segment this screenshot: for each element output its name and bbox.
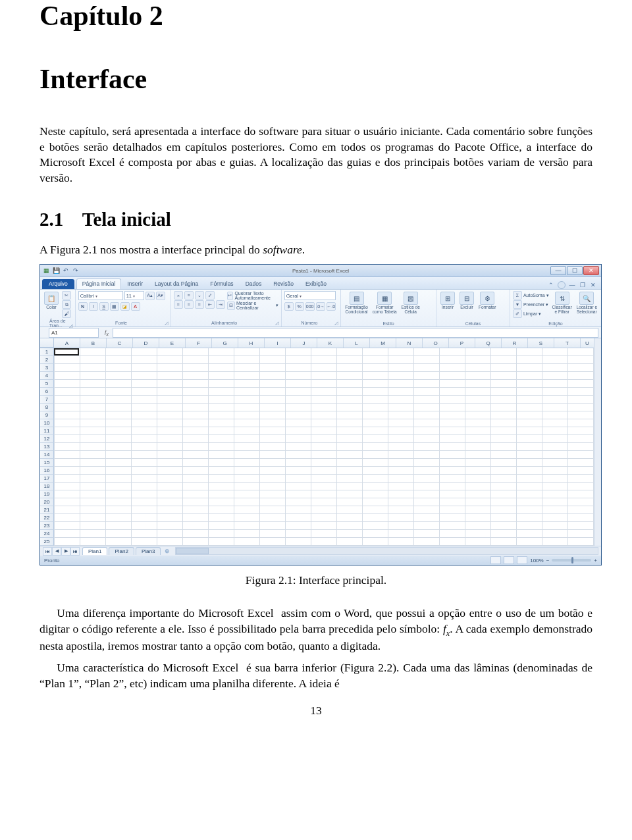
column-header[interactable]: U: [581, 338, 594, 348]
bold-icon[interactable]: N: [78, 302, 88, 311]
zoom-slider[interactable]: [552, 559, 591, 562]
workbook-close-icon[interactable]: ✕: [589, 281, 597, 289]
tab-dados[interactable]: Dados: [240, 278, 268, 289]
fx-icon[interactable]: fx: [101, 328, 113, 337]
help-icon[interactable]: [558, 281, 566, 289]
row-cells[interactable]: [54, 364, 594, 372]
view-page-layout-icon[interactable]: [504, 556, 514, 564]
row-header[interactable]: 3: [40, 364, 54, 372]
row-header[interactable]: 14: [40, 451, 54, 459]
row-header[interactable]: 22: [40, 514, 54, 522]
row-cells[interactable]: [54, 388, 594, 396]
row-cells[interactable]: [54, 356, 594, 364]
row-header[interactable]: 4: [40, 372, 54, 380]
alignment-launcher-icon[interactable]: ◿: [275, 321, 278, 326]
align-bottom-icon[interactable]: ⌄: [195, 291, 204, 300]
row-cells[interactable]: [54, 522, 594, 530]
cut-icon[interactable]: ✂: [62, 291, 71, 300]
align-middle-icon[interactable]: ≡: [184, 291, 194, 300]
formula-input[interactable]: [113, 328, 598, 338]
fill-color-icon[interactable]: ◪: [120, 302, 130, 311]
row-cells[interactable]: [54, 490, 594, 498]
zoom-slider-handle[interactable]: [571, 557, 573, 564]
clear-button[interactable]: ✐Limpar▾: [513, 309, 549, 318]
align-center-icon[interactable]: ≡: [184, 300, 194, 309]
row-cells[interactable]: [54, 396, 594, 404]
tab-revisao[interactable]: Revisão: [267, 278, 300, 289]
column-header[interactable]: G: [212, 338, 238, 348]
grid-rows[interactable]: 1234567891011121314151617181920212223242…: [40, 348, 594, 546]
decrease-font-icon[interactable]: A▾: [156, 292, 165, 300]
decrease-decimal-icon[interactable]: ←.0: [327, 302, 336, 311]
name-box[interactable]: A1: [49, 328, 99, 338]
close-button[interactable]: ✕: [583, 266, 599, 275]
column-header[interactable]: N: [396, 338, 423, 348]
sheet-tab-plan1[interactable]: Plan1: [82, 547, 107, 555]
row-cells[interactable]: [54, 459, 594, 467]
minimize-ribbon-icon[interactable]: ⌃: [547, 281, 555, 289]
fill-button[interactable]: ▼Preencher▾: [513, 300, 549, 309]
currency-icon[interactable]: $: [284, 302, 294, 311]
row-header[interactable]: 20: [40, 498, 54, 506]
column-header[interactable]: E: [159, 338, 186, 348]
column-header[interactable]: B: [80, 338, 107, 348]
row-header[interactable]: 19: [40, 490, 54, 498]
font-launcher-icon[interactable]: ◿: [165, 321, 168, 326]
column-header[interactable]: Q: [475, 338, 502, 348]
row-header[interactable]: 9: [40, 411, 54, 419]
hscroll-thumb[interactable]: [176, 548, 209, 554]
row-cells[interactable]: [54, 467, 594, 475]
row-header[interactable]: 23: [40, 522, 54, 530]
column-header[interactable]: D: [133, 338, 159, 348]
view-page-break-icon[interactable]: [517, 556, 527, 564]
font-family-combo[interactable]: Calibri▾: [78, 291, 123, 300]
row-header[interactable]: 18: [40, 483, 54, 490]
column-header[interactable]: I: [265, 338, 291, 348]
tab-pagina-inicial[interactable]: Página Inicial: [76, 278, 122, 289]
tab-layout-da-pagina[interactable]: Layout da Página: [149, 278, 204, 289]
decrease-indent-icon[interactable]: ⇤: [205, 300, 215, 309]
row-cells[interactable]: [54, 427, 594, 435]
border-icon[interactable]: ▦: [110, 302, 119, 311]
workbook-restore-icon[interactable]: ❐: [579, 281, 587, 289]
row-header[interactable]: 21: [40, 506, 54, 514]
maximize-button[interactable]: ☐: [567, 266, 583, 275]
tab-inserir[interactable]: Inserir: [121, 278, 149, 289]
row-header[interactable]: 24: [40, 530, 54, 538]
active-cell[interactable]: [54, 348, 79, 355]
tab-exibicao[interactable]: Exibição: [300, 278, 332, 289]
sheet-nav-first-icon[interactable]: ⏮: [43, 547, 52, 556]
align-right-icon[interactable]: ≡: [195, 300, 204, 309]
column-header[interactable]: R: [502, 338, 528, 348]
column-header[interactable]: T: [554, 338, 581, 348]
column-header[interactable]: O: [423, 338, 449, 348]
italic-icon[interactable]: I: [89, 302, 98, 311]
row-header[interactable]: 2: [40, 356, 54, 364]
row-header[interactable]: 16: [40, 467, 54, 475]
sheet-tab-plan2[interactable]: Plan2: [109, 547, 134, 555]
row-cells[interactable]: [54, 498, 594, 506]
insert-cells-button[interactable]: ⊞Inserir: [439, 291, 456, 311]
sheet-nav-prev-icon[interactable]: ◀: [52, 547, 61, 556]
font-size-combo[interactable]: 11▾: [124, 291, 144, 300]
minimize-button[interactable]: —: [550, 266, 566, 275]
zoom-in-icon[interactable]: +: [594, 558, 597, 564]
increase-decimal-icon[interactable]: .0→: [316, 302, 325, 311]
number-launcher-icon[interactable]: ◿: [334, 321, 338, 326]
align-left-icon[interactable]: ≡: [174, 300, 183, 309]
tab-formulas[interactable]: Fórmulas: [204, 278, 239, 289]
align-top-icon[interactable]: ⌅: [174, 291, 183, 300]
increase-font-icon[interactable]: A▴: [145, 292, 155, 300]
number-format-combo[interactable]: Geral▾: [284, 291, 336, 300]
column-header[interactable]: J: [291, 338, 317, 348]
column-header[interactable]: L: [344, 338, 370, 348]
workbook-minimize-icon[interactable]: —: [568, 281, 576, 289]
select-all-corner[interactable]: [40, 338, 54, 348]
row-cells[interactable]: [54, 348, 594, 356]
font-color-icon[interactable]: A: [131, 302, 140, 311]
row-cells[interactable]: [54, 451, 594, 459]
column-header[interactable]: S: [528, 338, 554, 348]
sheet-nav-next-icon[interactable]: ▶: [61, 547, 70, 556]
autosum-button[interactable]: ΣAutoSoma▾: [513, 291, 549, 300]
orientation-icon[interactable]: ⤢: [205, 291, 215, 300]
